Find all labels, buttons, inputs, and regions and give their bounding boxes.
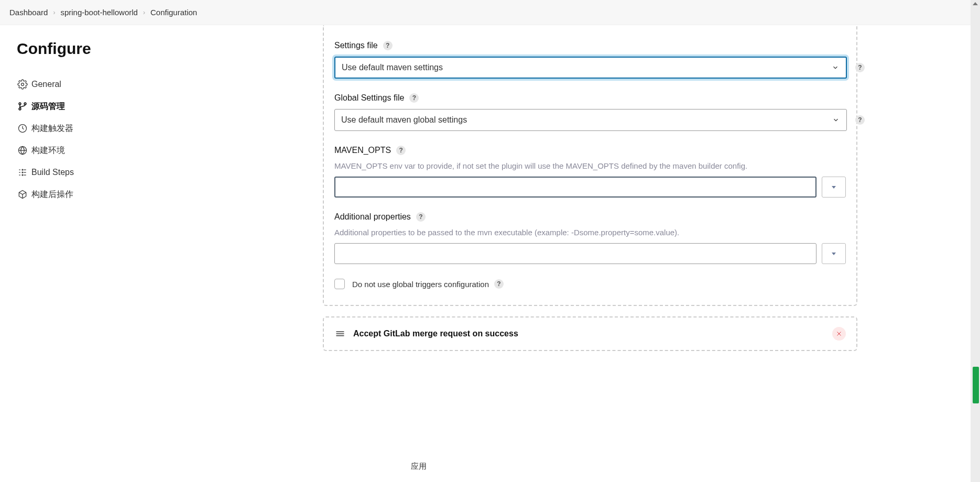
settings-file-value: Use default maven settings: [342, 63, 443, 72]
svg-point-3: [24, 103, 26, 105]
scrollbar-thumb[interactable]: [973, 367, 979, 403]
breadcrumb-project[interactable]: spring-boot-helloworld: [60, 8, 138, 17]
sidebar-item-label: 源码管理: [31, 101, 65, 112]
breadcrumb-dashboard[interactable]: Dashboard: [9, 8, 48, 17]
maven-opts-input[interactable]: [334, 177, 816, 198]
help-icon[interactable]: ?: [494, 279, 504, 289]
remove-section-button[interactable]: [832, 327, 846, 341]
sidebar-item-general[interactable]: General: [17, 73, 188, 95]
sidebar-item-label: Build Steps: [31, 168, 74, 177]
chevron-right-icon: ›: [143, 9, 145, 16]
additional-properties-input[interactable]: [334, 243, 816, 264]
sidebar-item-post-build[interactable]: 构建后操作: [17, 183, 188, 205]
sidebar-item-environment[interactable]: 构建环境: [17, 139, 188, 161]
svg-point-7: [22, 172, 23, 173]
additional-properties-label: Additional properties: [334, 212, 411, 222]
additional-properties-desc: Additional properties to be passed to th…: [334, 228, 846, 237]
settings-file-label: Settings file: [334, 41, 378, 50]
global-settings-file-select[interactable]: Use default maven global settings: [334, 109, 847, 131]
sidebar-item-build-steps[interactable]: Build Steps: [17, 161, 188, 183]
no-global-triggers-checkbox[interactable]: [334, 279, 345, 289]
sidebar-item-scm[interactable]: 源码管理: [17, 95, 188, 117]
help-icon[interactable]: ?: [855, 63, 865, 72]
field-no-global-triggers: Do not use global triggers configuration…: [334, 279, 846, 289]
scrollbar-track[interactable]: [971, 0, 980, 482]
sidebar-item-label: 构建环境: [31, 145, 65, 156]
no-global-triggers-label: Do not use global triggers configuration: [352, 280, 489, 289]
chevron-down-icon: [831, 63, 840, 72]
section-title: Accept GitLab merge request on success: [353, 329, 832, 338]
help-icon[interactable]: ?: [855, 115, 865, 125]
svg-point-6: [22, 169, 23, 170]
help-icon[interactable]: ?: [409, 93, 419, 103]
gear-icon: [17, 79, 28, 90]
maven-opts-desc: MAVEN_OPTS env var to provide, if not se…: [334, 161, 846, 170]
sidebar-item-label: General: [31, 80, 61, 89]
scroll-up-arrow-icon[interactable]: [972, 1, 978, 6]
svg-point-2: [19, 108, 21, 110]
drag-handle-icon[interactable]: [334, 328, 346, 339]
help-icon[interactable]: ?: [383, 41, 393, 50]
chevron-down-icon: [832, 116, 840, 124]
help-icon[interactable]: ?: [396, 146, 406, 155]
field-global-settings-file: Global Settings file ? Use default maven…: [334, 93, 846, 131]
sidebar-item-label: 构建触发器: [31, 123, 73, 134]
clock-icon: [17, 123, 28, 134]
field-additional-properties: Additional properties ? Additional prope…: [334, 212, 846, 264]
field-maven-opts: MAVEN_OPTS ? MAVEN_OPTS env var to provi…: [334, 146, 846, 198]
steps-icon: [17, 167, 28, 178]
expand-button[interactable]: [822, 177, 846, 198]
save-button[interactable]: [314, 456, 404, 477]
sidebar-item-triggers[interactable]: 构建触发器: [17, 117, 188, 139]
global-settings-file-value: Use default maven global settings: [341, 115, 467, 125]
expand-button[interactable]: [822, 243, 846, 264]
build-step-panel: Settings file ? Use default maven settin…: [323, 25, 857, 306]
chevron-right-icon: ›: [53, 9, 55, 16]
post-build-section: Accept GitLab merge request on success: [323, 316, 857, 351]
global-settings-file-label: Global Settings file: [334, 93, 404, 103]
field-settings-file: Settings file ? Use default maven settin…: [334, 41, 846, 79]
package-icon: [17, 189, 28, 200]
globe-icon: [17, 145, 28, 156]
footer-bar: 应用: [204, 451, 980, 482]
breadcrumb-configuration[interactable]: Configuration: [150, 8, 197, 17]
sidebar: Configure General 源码管理 构建触发器 构建环境: [0, 25, 204, 482]
svg-point-0: [21, 83, 24, 86]
apply-button[interactable]: 应用: [411, 462, 427, 472]
sidebar-item-label: 构建后操作: [31, 189, 73, 200]
help-icon[interactable]: ?: [416, 212, 426, 222]
svg-point-8: [22, 174, 23, 176]
maven-opts-label: MAVEN_OPTS: [334, 146, 391, 155]
breadcrumb: Dashboard › spring-boot-helloworld › Con…: [0, 0, 980, 25]
branch-icon: [17, 101, 28, 112]
settings-file-select[interactable]: Use default maven settings: [334, 57, 847, 79]
page-title: Configure: [17, 40, 188, 58]
svg-point-1: [19, 103, 21, 105]
main-content: Settings file ? Use default maven settin…: [204, 25, 980, 482]
